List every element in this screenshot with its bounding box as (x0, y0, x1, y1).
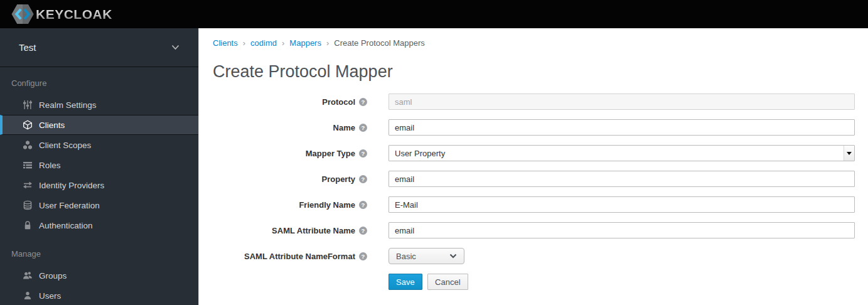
realm-name: Test (19, 42, 36, 53)
help-icon[interactable]: ? (359, 227, 367, 235)
sidebar-item-clients[interactable]: Clients (0, 115, 198, 135)
protocol-mapper-form: Protocol ? Name ? (213, 94, 855, 290)
database-icon (23, 200, 33, 210)
keycloak-admin-console: KEYCLOAK Test Configure (0, 0, 868, 305)
breadcrumb-current: Create Protocol Mappers (334, 38, 425, 48)
help-icon[interactable]: ? (359, 98, 367, 106)
page-title: Create Protocol Mapper (213, 62, 855, 82)
mapper-type-select[interactable]: User Property (388, 145, 855, 161)
form-row-protocol: Protocol ? (213, 94, 855, 110)
sidebar-item-client-scopes[interactable]: Client Scopes (0, 135, 198, 155)
section-label-manage: Manage (0, 249, 198, 259)
saml-attribute-name-label: SAML Attribute Name (272, 226, 355, 235)
help-icon[interactable]: ? (359, 252, 367, 260)
top-navbar: KEYCLOAK (0, 0, 868, 28)
protocol-input (388, 94, 855, 110)
name-label: Name (333, 123, 355, 132)
chevron-down-icon (171, 45, 179, 50)
sidebar-item-users[interactable]: Users (0, 286, 198, 305)
sidebar-item-label: Authentication (39, 221, 93, 230)
property-label: Property (322, 174, 355, 184)
breadcrumb-separator: › (282, 38, 284, 48)
user-icon (23, 291, 33, 301)
help-icon[interactable]: ? (359, 201, 367, 209)
help-icon[interactable]: ? (359, 124, 367, 132)
friendly-name-input[interactable] (388, 196, 855, 213)
sidebar-item-label: Users (39, 291, 61, 301)
cancel-button[interactable]: Cancel (427, 274, 468, 290)
sidebar-item-authentication[interactable]: Authentication (0, 215, 198, 235)
list-rows-icon (23, 160, 33, 170)
form-row-saml-attribute-name: SAML Attribute Name ? (213, 222, 855, 238)
sidebar-item-identity-providers[interactable]: Identity Providers (0, 175, 198, 195)
sidebar-item-user-federation[interactable]: User Federation (0, 195, 198, 215)
sidebar-item-label: User Federation (39, 201, 100, 210)
save-button[interactable]: Save (388, 274, 422, 290)
mapper-type-label: Mapper Type (306, 149, 355, 158)
property-input[interactable] (388, 171, 855, 187)
sidebar-item-label: Identity Providers (39, 181, 104, 190)
sidebar-nav: Configure (0, 67, 198, 305)
brand-title: KEYCLOAK (36, 7, 112, 22)
sidebar-item-label: Roles (39, 161, 61, 170)
sidebar-item-label: Clients (39, 120, 65, 130)
form-row-friendly-name: Friendly Name ? (213, 196, 855, 213)
sliders-icon (23, 100, 33, 110)
cube-icon (23, 120, 33, 130)
keycloak-brand-link[interactable]: KEYCLOAK (11, 4, 112, 24)
breadcrumb-separator: › (243, 38, 245, 48)
sidebar-item-label: Groups (39, 271, 67, 281)
help-icon[interactable]: ? (359, 175, 367, 183)
sidebar-item-label: Client Scopes (39, 141, 91, 150)
breadcrumb: Clients › codimd › Mappers › Create Prot… (213, 38, 855, 48)
form-row-mapper-type: Mapper Type ? User Property (213, 145, 855, 161)
form-row-name: Name ? (213, 119, 855, 136)
saml-attribute-name-input[interactable] (388, 222, 855, 238)
saml-attribute-nameformat-label: SAML Attribute NameFormat (244, 252, 355, 261)
breadcrumb-link-mappers[interactable]: Mappers (289, 38, 321, 48)
breadcrumb-separator: › (326, 38, 329, 48)
breadcrumb-link-clients[interactable]: Clients (213, 38, 238, 48)
form-row-property: Property ? (213, 171, 855, 187)
help-icon[interactable]: ? (359, 149, 367, 158)
breadcrumb-link-codimd[interactable]: codimd (250, 38, 277, 48)
sidebar-item-realm-settings[interactable]: Realm Settings (0, 95, 198, 115)
name-input[interactable] (388, 119, 855, 136)
cubes-icon (23, 140, 33, 150)
lock-icon (23, 220, 33, 230)
sidebar-item-label: Realm Settings (39, 100, 97, 110)
friendly-name-label: Friendly Name (299, 200, 355, 210)
keycloak-hexagon-icon (11, 4, 35, 24)
sidebar-item-groups[interactable]: Groups (0, 265, 198, 286)
selected-option-label: Basic (396, 252, 416, 261)
form-row-saml-attribute-nameformat: SAML Attribute NameFormat ? Basic (213, 248, 855, 264)
exchange-arrows-icon (23, 180, 33, 190)
chevron-down-icon (449, 254, 457, 259)
section-label-configure: Configure (0, 78, 198, 88)
form-buttons-row: Save Cancel (213, 274, 855, 290)
group-icon (23, 270, 33, 281)
realm-selector[interactable]: Test (0, 28, 198, 67)
main-content: Clients › codimd › Mappers › Create Prot… (199, 28, 868, 305)
saml-attribute-nameformat-select[interactable]: Basic (388, 248, 464, 264)
protocol-label: Protocol (322, 97, 355, 107)
sidebar: Test Configure (0, 28, 199, 305)
sidebar-item-roles[interactable]: Roles (0, 155, 198, 175)
